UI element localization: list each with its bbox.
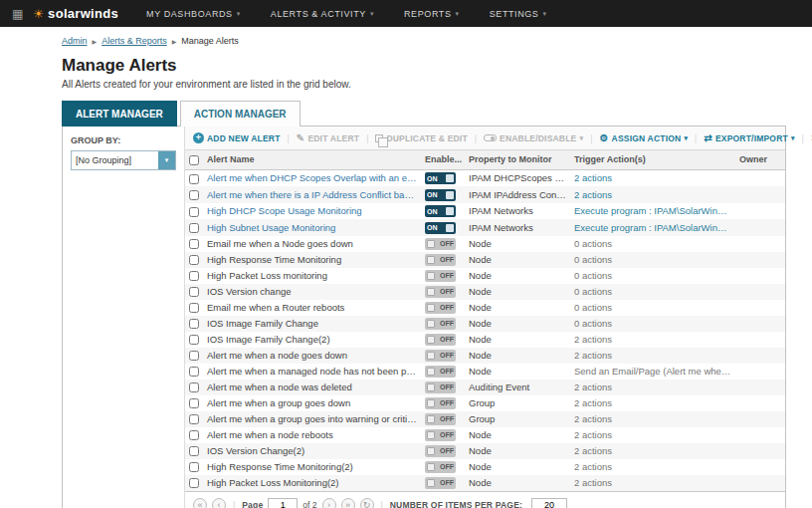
trigger-actions-cell[interactable]: 0 actions — [570, 284, 735, 300]
row-checkbox[interactable] — [189, 287, 199, 297]
trigger-actions-cell[interactable]: Send an Email/Page (Alert me when a mana… — [570, 364, 735, 380]
enable-toggle[interactable]: OFF — [425, 477, 456, 489]
col-owner[interactable]: Owner — [735, 150, 785, 169]
row-checkbox[interactable] — [189, 207, 199, 217]
table-row[interactable]: IOS Image Family Change OFF Node 0 actio… — [185, 316, 785, 332]
table-row[interactable]: Alert me when a node reboots OFF Node 2 … — [185, 427, 785, 443]
alert-name-cell[interactable]: IOS Version change — [203, 284, 421, 300]
trigger-actions-cell[interactable]: 2 actions — [570, 169, 735, 186]
table-row[interactable]: Email me when a Node goes down OFF Node … — [185, 236, 785, 252]
row-checkbox[interactable] — [189, 319, 199, 329]
table-row[interactable]: High DHCP Scope Usage Monitoring ON IPAM… — [185, 203, 785, 220]
alert-name-cell[interactable]: Alert me when a group goes down — [203, 395, 421, 411]
enable-toggle[interactable]: OFF — [425, 445, 456, 457]
enable-toggle[interactable]: ON — [425, 222, 456, 234]
nav-settings[interactable]: SETTINGS ▾ — [490, 9, 547, 19]
solarwinds-brand[interactable]: ☀ solarwinds — [33, 6, 118, 21]
table-row[interactable]: High Packet Loss monitoring OFF Node 0 a… — [185, 268, 785, 284]
breadcrumb-admin[interactable]: Admin — [62, 36, 88, 46]
trigger-actions-cell[interactable]: 2 actions — [570, 459, 735, 475]
col-property[interactable]: Property to Monitor — [465, 150, 570, 169]
row-checkbox[interactable] — [189, 414, 199, 424]
table-row[interactable]: High Response Time Monitoring OFF Node 0… — [185, 252, 785, 268]
alert-name-cell[interactable]: IOS Image Family Change(2) — [203, 332, 421, 348]
add-new-alert-button[interactable]: + ADD NEW ALERT — [193, 132, 281, 143]
trigger-actions-cell[interactable]: Execute program : IPAM\SolarWinds.IPAM.E… — [570, 203, 735, 220]
row-checkbox[interactable] — [189, 351, 199, 361]
table-row[interactable]: High Response Time Monitoring(2) OFF Nod… — [185, 459, 785, 475]
col-alert-name[interactable]: Alert Name — [203, 150, 421, 169]
trigger-actions-cell[interactable]: 0 actions — [570, 268, 735, 284]
enable-toggle[interactable]: ON — [425, 189, 456, 201]
enable-toggle[interactable]: OFF — [425, 461, 456, 473]
table-row[interactable]: High Packet Loss Monitoring(2) OFF Node … — [185, 475, 785, 491]
row-checkbox[interactable] — [189, 271, 199, 281]
enable-toggle[interactable]: OFF — [425, 350, 456, 362]
row-checkbox[interactable] — [189, 462, 199, 472]
alert-name-cell[interactable]: Email me when a Node goes down — [203, 236, 421, 252]
enable-toggle[interactable]: OFF — [425, 429, 456, 441]
trigger-actions-cell[interactable]: 2 actions — [570, 475, 735, 491]
page-number-input[interactable] — [268, 498, 298, 508]
alert-name-cell[interactable]: Alert me when a group goes into warning … — [203, 411, 421, 427]
trigger-actions-cell[interactable]: 2 actions — [570, 395, 735, 411]
row-checkbox[interactable] — [189, 174, 199, 184]
enable-toggle[interactable]: ON — [425, 172, 456, 184]
items-per-page-input[interactable] — [531, 498, 567, 508]
col-enabled[interactable]: Enable... — [421, 150, 465, 169]
export-import-button[interactable]: ⇄ EXPORT/IMPORT ▾ — [704, 133, 794, 143]
table-row[interactable]: Alert me when a node was deleted OFF Aud… — [185, 380, 785, 395]
alert-name-cell[interactable]: High Response Time Monitoring — [203, 252, 421, 268]
nav-my-dashboards[interactable]: MY DASHBOARDS ▾ — [146, 9, 241, 19]
edit-alert-button[interactable]: ✎ EDIT ALERT — [297, 133, 359, 143]
trigger-actions-cell[interactable]: 2 actions — [570, 427, 735, 443]
row-checkbox[interactable] — [189, 239, 199, 249]
row-checkbox[interactable] — [189, 303, 199, 313]
enable-disable-button[interactable]: ENABLE/DISABLE ▾ — [484, 133, 583, 143]
table-row[interactable]: High Subnet Usage Monitoring ON IPAM Net… — [185, 219, 785, 236]
row-checkbox[interactable] — [189, 367, 199, 377]
trigger-actions-cell[interactable]: 0 actions — [570, 300, 735, 316]
table-row[interactable]: IOS Image Family Change(2) OFF Node 2 ac… — [185, 332, 785, 348]
alert-name-cell[interactable]: Alert me when a node goes down — [203, 348, 421, 364]
col-trigger-actions[interactable]: Trigger Action(s) — [570, 150, 735, 169]
alert-name-cell[interactable]: IOS Image Family Change — [203, 316, 421, 332]
breadcrumb-alerts-reports[interactable]: Alerts & Reports — [102, 36, 167, 46]
alert-name-cell[interactable]: High DHCP Scope Usage Monitoring — [203, 203, 421, 220]
alert-name-cell[interactable]: High Packet Loss monitoring — [203, 268, 421, 284]
group-by-select[interactable]: [No Grouping] ▾ — [71, 150, 176, 170]
table-row[interactable]: IOS Version Change(2) OFF Node 2 actions — [185, 443, 785, 459]
nav-alerts-activity[interactable]: ALERTS & ACTIVITY ▾ — [271, 9, 374, 19]
table-row[interactable]: Alert me when a managed node has not bee… — [185, 364, 785, 380]
enable-toggle[interactable]: OFF — [425, 302, 456, 314]
first-page-button[interactable]: « — [193, 498, 207, 508]
row-checkbox[interactable] — [189, 398, 199, 408]
last-page-button[interactable]: » — [341, 498, 355, 508]
prev-page-button[interactable]: ‹ — [212, 498, 226, 508]
alert-name-cell[interactable]: High Subnet Usage Monitoring — [203, 219, 421, 236]
row-checkbox[interactable] — [189, 430, 199, 440]
trigger-actions-cell[interactable]: 0 actions — [570, 236, 735, 252]
row-checkbox[interactable] — [189, 382, 199, 392]
trigger-actions-cell[interactable]: 0 actions — [570, 252, 735, 268]
enable-toggle[interactable]: OFF — [425, 270, 456, 282]
alert-name-cell[interactable]: High Packet Loss Monitoring(2) — [203, 475, 421, 491]
select-all-checkbox[interactable] — [189, 155, 199, 165]
nav-reports[interactable]: REPORTS ▾ — [404, 9, 460, 19]
enable-toggle[interactable]: OFF — [425, 381, 456, 393]
row-checkbox[interactable] — [189, 255, 199, 265]
trigger-actions-cell[interactable]: 2 actions — [570, 411, 735, 427]
assign-action-button[interactable]: ⚙ ASSIGN ACTION ▾ — [599, 133, 688, 143]
alert-name-cell[interactable]: Alert me when DHCP Scopes Overlap with a… — [203, 169, 421, 186]
row-checkbox[interactable] — [189, 223, 199, 233]
trigger-actions-cell[interactable]: 2 actions — [570, 186, 735, 203]
enable-toggle[interactable]: OFF — [425, 397, 456, 409]
alert-name-cell[interactable]: Alert me when there is a IP Address Conf… — [203, 186, 421, 203]
enable-toggle[interactable]: OFF — [425, 334, 456, 346]
alert-name-cell[interactable]: Email me when a Router reboots — [203, 300, 421, 316]
refresh-button[interactable]: ↻ — [360, 498, 374, 508]
alert-name-cell[interactable]: Alert me when a managed node has not bee… — [203, 364, 421, 380]
enable-toggle[interactable]: OFF — [425, 366, 456, 378]
table-row[interactable]: Alert me when a node goes down OFF Node … — [185, 348, 785, 364]
alert-name-cell[interactable]: Alert me when a node was deleted — [203, 380, 421, 395]
